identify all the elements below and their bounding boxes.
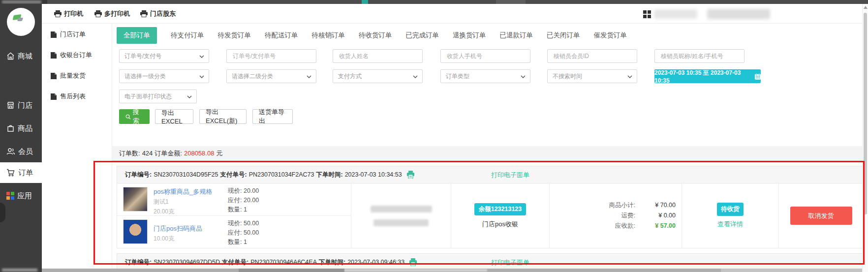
tab-pending-verification[interactable]: 待核销订单 bbox=[312, 31, 345, 40]
chevron-down-icon bbox=[199, 55, 204, 58]
export-excel-new-label: 导出EXCEL(新) bbox=[206, 108, 240, 125]
order-no-input[interactable] bbox=[232, 52, 311, 60]
vertical-scrollbar[interactable] bbox=[862, 4, 868, 272]
pay-method-select[interactable]: 支付方式 bbox=[333, 69, 423, 83]
date-range-value: 2023-07-03 10:35 至 2023-07-03 10:35 bbox=[654, 69, 752, 84]
sidebar-item-members[interactable]: 会员 bbox=[0, 141, 42, 162]
select-value: 订单类型 bbox=[446, 72, 469, 81]
sidebar-item-products[interactable]: 商品 bbox=[0, 118, 42, 139]
export-excel-label: 导出 EXCEL bbox=[161, 109, 187, 125]
store-shareholder-button[interactable]: 门店股东 bbox=[140, 4, 176, 24]
time-mode-select[interactable]: 不搜索时间 bbox=[547, 69, 637, 83]
pay-no-value: PN2307031034F2AC73 bbox=[249, 171, 314, 178]
order-summary-bar: 订单数: 424 订单金额: 208058.08 元 bbox=[112, 146, 862, 161]
pay-no-value: PN2307030946A6C4EA bbox=[250, 259, 317, 266]
sidebar-item-orders[interactable]: 订单 bbox=[0, 162, 42, 183]
category2-select[interactable]: 请选择二级分类 bbox=[226, 69, 316, 83]
file-icon bbox=[51, 31, 57, 38]
drawer-toggle-notch[interactable] bbox=[0, 203, 5, 222]
file-icon bbox=[51, 73, 57, 79]
sidebar-item-label: 门店 bbox=[18, 101, 32, 110]
menu-item-store-orders[interactable]: 门店订单 bbox=[51, 30, 86, 39]
sidebar-item-mall[interactable]: 商城 bbox=[0, 46, 42, 66]
verifier-name-input[interactable] bbox=[660, 52, 739, 60]
product-image-cat[interactable] bbox=[123, 187, 148, 212]
order-time-value: 2023-07-03 09:46:33 bbox=[347, 259, 404, 266]
tab-all-orders[interactable]: 全部订单 bbox=[117, 27, 157, 44]
date-range-button[interactable]: 2023-07-03 10:35 至 2023-07-03 10:35 bbox=[654, 69, 761, 83]
product-current-price: 现价: 20.00 bbox=[228, 186, 259, 196]
verifier-member-id-input[interactable] bbox=[553, 52, 632, 60]
chevron-down-icon bbox=[199, 75, 204, 78]
receivable-label: 应收款: bbox=[615, 221, 635, 231]
verifier-member-id-input-wrap bbox=[547, 49, 637, 63]
tab-pending-delivery[interactable]: 待配送订单 bbox=[265, 31, 298, 40]
print-receipt-icon[interactable] bbox=[406, 171, 415, 179]
printer-icon bbox=[54, 10, 62, 17]
order-type-select[interactable]: 订单类型 bbox=[440, 69, 530, 83]
sidebar-item-apps[interactable]: 应用 bbox=[0, 185, 42, 206]
eface-print-status-select[interactable]: 电子面单打印状态 bbox=[119, 90, 197, 103]
product-payable: 应付: 20.00 bbox=[228, 196, 259, 205]
product-quantity: 数量: 1 bbox=[228, 205, 259, 214]
menu-item-aftersale-list[interactable]: 售后列表 bbox=[51, 91, 86, 101]
tab-pending-shipment[interactable]: 待发货订单 bbox=[218, 31, 251, 40]
verifier-name-input-wrap bbox=[654, 49, 744, 63]
print-receipt-icon[interactable] bbox=[409, 258, 417, 266]
order-body: pos称重商品_多规格 测试1 20.00克 现价: 20.00 应付: 20.… bbox=[117, 183, 862, 248]
chevron-down-icon bbox=[627, 75, 632, 78]
tab-return-exchange[interactable]: 退换货订单 bbox=[453, 31, 486, 40]
amount-row: 商品小计: ¥ 70.00 bbox=[550, 200, 682, 211]
search-button[interactable]: 搜索 bbox=[119, 109, 150, 124]
order-no-value: SN2307031034D95F25 bbox=[154, 171, 218, 178]
tab-pending-payment[interactable]: 待支付订单 bbox=[171, 31, 204, 40]
top-strip-blurred-text bbox=[0, 0, 47, 4]
product-price-block: 现价: 20.00 应付: 20.00 数量: 1 bbox=[228, 186, 259, 214]
tab-completed[interactable]: 已完成订单 bbox=[406, 31, 439, 40]
sidebar-item-label: 订单 bbox=[18, 168, 33, 178]
store-logo-avatar[interactable] bbox=[7, 8, 35, 36]
pay-no-label: 支付单号: bbox=[222, 258, 248, 267]
store-icon bbox=[6, 101, 15, 109]
tab-refunded[interactable]: 已退款订单 bbox=[500, 31, 533, 40]
delivery-note-export-button[interactable]: 送货单导出 bbox=[252, 109, 293, 124]
category1-select[interactable]: 请选择一级分类 bbox=[119, 69, 209, 83]
cancel-shipment-button[interactable]: 取消发货 bbox=[790, 207, 852, 225]
tab-closed[interactable]: 已关闭订单 bbox=[547, 31, 580, 40]
menu-item-label: 门店订单 bbox=[60, 30, 86, 39]
bottom-strip-segment bbox=[239, 269, 344, 272]
scrollbar-thumb[interactable] bbox=[864, 13, 867, 214]
calendar-icon bbox=[755, 73, 761, 80]
sidebar-item-store[interactable]: 门店 bbox=[0, 95, 42, 116]
receiver-phone-input[interactable] bbox=[446, 52, 525, 60]
menu-item-batch-shipping[interactable]: 批量发货 bbox=[51, 71, 86, 81]
delivery-note-export-label: 送货单导出 bbox=[259, 108, 286, 125]
window-top-strip bbox=[0, 0, 868, 4]
printer-button[interactable]: 打印机 bbox=[54, 4, 83, 24]
window-bottom-strip bbox=[42, 269, 862, 272]
product-image-man[interactable] bbox=[123, 219, 148, 244]
product-payable: 应付: 50.00 bbox=[228, 228, 259, 238]
select-value: 支付方式 bbox=[338, 72, 362, 81]
scroll-up-arrow-icon[interactable] bbox=[864, 6, 868, 9]
receiver-name-input[interactable] bbox=[338, 52, 417, 60]
topbar: 打印机 多打印机 门店股东 bbox=[42, 4, 868, 24]
export-excel-new-button[interactable]: 导出EXCEL(新) bbox=[199, 109, 247, 124]
user-grid-icon[interactable] bbox=[643, 10, 651, 18]
export-excel-button[interactable]: 导出 EXCEL bbox=[155, 109, 193, 124]
select-value: 订单号/支付号 bbox=[124, 52, 161, 60]
cart-icon bbox=[6, 169, 15, 177]
print-eface-link[interactable]: 打印电子面单 bbox=[491, 166, 529, 183]
amount-row: 运费: ¥ 0.00 bbox=[550, 211, 682, 221]
menu-item-cashier-orders[interactable]: 收银台订单 bbox=[51, 50, 92, 60]
tab-pending-receipt[interactable]: 待收货订单 bbox=[359, 31, 392, 40]
store-shareholder-button-label: 门店股东 bbox=[150, 9, 176, 18]
order-time-label: 下单时间: bbox=[319, 258, 345, 267]
order-field-select[interactable]: 订单号/支付号 bbox=[119, 49, 209, 63]
shipping-fee-value: ¥ 0.00 bbox=[635, 211, 676, 221]
sidebar-item-label: 会员 bbox=[18, 147, 33, 156]
balance-badge: 余额123213123 bbox=[474, 203, 527, 215]
multi-printer-button[interactable]: 多打印机 bbox=[94, 4, 130, 24]
tab-urge-shipment[interactable]: 催发货订单 bbox=[594, 31, 627, 40]
view-details-link[interactable]: 查看详情 bbox=[717, 220, 743, 229]
